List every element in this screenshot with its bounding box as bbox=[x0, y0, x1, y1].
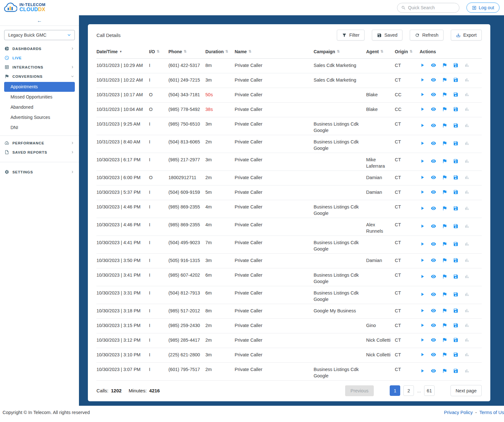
flag-icon[interactable] bbox=[442, 274, 447, 279]
flag-icon[interactable] bbox=[442, 106, 447, 112]
flag-icon[interactable] bbox=[442, 241, 447, 247]
flag-icon[interactable] bbox=[442, 189, 447, 195]
save-icon[interactable] bbox=[453, 158, 458, 164]
chart-icon[interactable] bbox=[464, 77, 470, 83]
save-icon[interactable] bbox=[453, 274, 458, 279]
flag-icon[interactable] bbox=[442, 223, 447, 229]
save-icon[interactable] bbox=[453, 258, 458, 263]
play-icon[interactable] bbox=[420, 77, 425, 83]
chart-icon[interactable] bbox=[464, 62, 470, 68]
app-logo[interactable]: IN-TELECOM CLOUDDX bbox=[3, 2, 46, 13]
flag-icon[interactable] bbox=[442, 292, 447, 297]
sidebar-item-dashboards[interactable]: DASHBOARDS bbox=[0, 44, 79, 53]
eye-icon[interactable] bbox=[431, 274, 436, 279]
eye-icon[interactable] bbox=[431, 206, 436, 211]
chart-icon[interactable] bbox=[464, 223, 470, 229]
account-selector[interactable]: Legacy Buick GMC bbox=[4, 30, 75, 40]
play-icon[interactable] bbox=[420, 223, 425, 229]
save-icon[interactable] bbox=[453, 141, 458, 146]
column-header-campaign[interactable]: Campaign⇅ bbox=[314, 49, 366, 54]
save-icon[interactable] bbox=[453, 352, 458, 357]
chart-icon[interactable] bbox=[464, 368, 470, 374]
play-icon[interactable] bbox=[420, 92, 425, 97]
saved-button[interactable]: Saved bbox=[372, 30, 402, 40]
sidebar-item-missed-opportunities[interactable]: Missed Opportunities bbox=[4, 92, 75, 102]
chart-icon[interactable] bbox=[464, 175, 470, 180]
eye-icon[interactable] bbox=[431, 352, 436, 357]
sidebar-collapse-button[interactable]: ← bbox=[37, 18, 42, 23]
flag-icon[interactable] bbox=[442, 323, 447, 328]
page-button-61[interactable]: 61 bbox=[424, 385, 435, 396]
sidebar-item-advertising-sources[interactable]: Advertising Sources bbox=[4, 113, 75, 122]
save-icon[interactable] bbox=[453, 223, 458, 229]
flag-icon[interactable] bbox=[442, 352, 447, 357]
filter-button[interactable]: Filter bbox=[337, 30, 365, 40]
previous-page-button[interactable]: Previous bbox=[345, 385, 374, 396]
play-icon[interactable] bbox=[420, 352, 425, 357]
eye-icon[interactable] bbox=[431, 77, 436, 83]
eye-icon[interactable] bbox=[431, 92, 436, 97]
flag-icon[interactable] bbox=[442, 77, 447, 83]
eye-icon[interactable] bbox=[431, 308, 436, 313]
column-header-name[interactable]: Name⇅ bbox=[235, 49, 314, 54]
play-icon[interactable] bbox=[420, 189, 425, 195]
chart-icon[interactable] bbox=[464, 241, 470, 247]
terms-link[interactable]: Terms of Us bbox=[479, 410, 504, 415]
flag-icon[interactable] bbox=[442, 92, 447, 97]
column-header-phone[interactable]: Phone⇅ bbox=[168, 49, 205, 54]
eye-icon[interactable] bbox=[431, 62, 436, 68]
eye-icon[interactable] bbox=[431, 158, 436, 164]
logout-button[interactable]: Log out bbox=[466, 3, 500, 13]
save-icon[interactable] bbox=[453, 189, 458, 195]
flag-icon[interactable] bbox=[442, 141, 447, 146]
chart-icon[interactable] bbox=[464, 323, 470, 328]
column-header-io[interactable]: I/O⇅ bbox=[149, 49, 168, 54]
save-icon[interactable] bbox=[453, 77, 458, 83]
save-icon[interactable] bbox=[453, 206, 458, 211]
search-input[interactable] bbox=[408, 5, 455, 10]
chart-icon[interactable] bbox=[464, 274, 470, 279]
save-icon[interactable] bbox=[453, 92, 458, 97]
privacy-policy-link[interactable]: Privacy Policy bbox=[444, 410, 473, 415]
export-button[interactable]: Export bbox=[451, 30, 482, 40]
column-header-origin[interactable]: Origin⇅ bbox=[395, 49, 420, 54]
eye-icon[interactable] bbox=[431, 337, 436, 343]
play-icon[interactable] bbox=[420, 337, 425, 343]
column-header-datetime[interactable]: Date/Time▼ bbox=[96, 49, 149, 54]
play-icon[interactable] bbox=[420, 292, 425, 297]
chart-icon[interactable] bbox=[464, 206, 470, 211]
eye-icon[interactable] bbox=[431, 241, 436, 247]
save-icon[interactable] bbox=[453, 368, 458, 374]
play-icon[interactable] bbox=[420, 258, 425, 263]
eye-icon[interactable] bbox=[431, 123, 436, 128]
flag-icon[interactable] bbox=[442, 123, 447, 128]
chart-icon[interactable] bbox=[464, 352, 470, 357]
chart-icon[interactable] bbox=[464, 337, 470, 343]
sidebar-item-saved-reports[interactable]: SAVED REPORTS bbox=[0, 148, 79, 157]
eye-icon[interactable] bbox=[431, 223, 436, 229]
play-icon[interactable] bbox=[420, 106, 425, 112]
sidebar-item-abandoned[interactable]: Abandoned bbox=[4, 102, 75, 112]
play-icon[interactable] bbox=[420, 323, 425, 328]
sidebar-item-appointments[interactable]: Appointments bbox=[4, 82, 75, 92]
flag-icon[interactable] bbox=[442, 62, 447, 68]
eye-icon[interactable] bbox=[431, 141, 436, 146]
flag-icon[interactable] bbox=[442, 368, 447, 374]
eye-icon[interactable] bbox=[431, 368, 436, 374]
refresh-button[interactable]: Refresh bbox=[410, 30, 444, 40]
save-icon[interactable] bbox=[453, 323, 458, 328]
column-header-agent[interactable]: Agent⇅ bbox=[366, 49, 395, 54]
flag-icon[interactable] bbox=[442, 258, 447, 263]
sidebar-item-conversions[interactable]: CONVERSIONS bbox=[0, 72, 79, 81]
chart-icon[interactable] bbox=[464, 123, 470, 128]
save-icon[interactable] bbox=[453, 337, 458, 343]
eye-icon[interactable] bbox=[431, 175, 436, 180]
sidebar-item-settings[interactable]: SETTINGS bbox=[0, 167, 79, 177]
eye-icon[interactable] bbox=[431, 292, 436, 297]
flag-icon[interactable] bbox=[442, 337, 447, 343]
flag-icon[interactable] bbox=[442, 308, 447, 313]
chart-icon[interactable] bbox=[464, 258, 470, 263]
chart-icon[interactable] bbox=[464, 141, 470, 146]
save-icon[interactable] bbox=[453, 292, 458, 297]
eye-icon[interactable] bbox=[431, 189, 436, 195]
